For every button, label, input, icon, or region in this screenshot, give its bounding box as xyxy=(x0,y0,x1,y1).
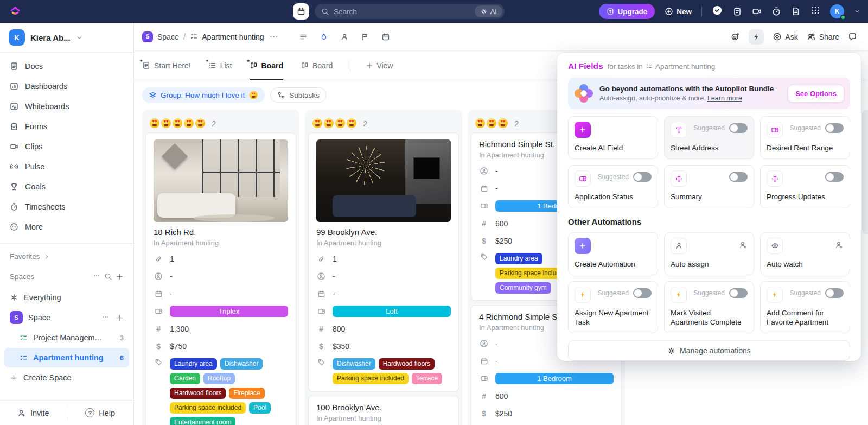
toggle-off[interactable] xyxy=(825,172,844,182)
tag-pill[interactable]: Laundry area xyxy=(495,253,542,264)
favorites-section[interactable]: Favorites xyxy=(0,247,133,266)
rent-value[interactable]: $250 xyxy=(495,409,512,418)
sidebar-item-everything[interactable]: Everything xyxy=(4,288,129,307)
spaces-more-icon[interactable] xyxy=(92,271,101,282)
assignee-value[interactable]: - xyxy=(170,272,173,281)
automation-card-mark-visited[interactable]: Suggested Mark Visited Apartments Comple… xyxy=(664,281,754,334)
ai-field-card-application-status[interactable]: Suggested Application Status xyxy=(568,165,658,208)
apartment-type-pill[interactable]: 1 Bedroom xyxy=(495,373,614,384)
sqft-value[interactable]: 1,300 xyxy=(170,325,189,333)
help-button[interactable]: ? Help xyxy=(67,408,134,417)
column-header[interactable]: 2 xyxy=(308,113,459,132)
sidebar-item-goals[interactable]: Goals xyxy=(4,176,129,196)
manage-automations-button[interactable]: Manage automations xyxy=(568,340,850,361)
tab-list[interactable]: List xyxy=(208,51,232,80)
ask-button[interactable]: Ask xyxy=(773,32,797,41)
tab-start-here[interactable]: Start Here! xyxy=(142,51,191,80)
sidebar-item-timesheets[interactable]: Timesheets xyxy=(4,196,129,217)
sidebar-item-forms[interactable]: Forms xyxy=(4,116,129,136)
breadcrumb-space[interactable]: Space xyxy=(157,33,179,41)
tag-pill[interactable]: Community gym xyxy=(495,282,551,294)
toggle-off[interactable] xyxy=(729,288,748,298)
attachments-value[interactable]: 1 xyxy=(170,255,174,263)
upgrade-button[interactable]: Upgrade xyxy=(599,4,655,19)
task-title[interactable]: 18 Rich Rd. xyxy=(154,227,288,237)
avatar-chevron-icon[interactable] xyxy=(854,8,860,15)
tag-pill[interactable]: Hardwood floors xyxy=(170,388,226,399)
tab-board-second[interactable]: Board xyxy=(301,51,333,80)
spaces-search-icon[interactable] xyxy=(104,272,112,281)
create-ai-field-card[interactable]: Create AI Field xyxy=(568,116,658,159)
tag-pill[interactable]: Hardwood floors xyxy=(379,358,435,370)
sidebar-item-apartment-hunting[interactable]: Apartment hunting 6 xyxy=(4,348,129,367)
breadcrumb-list[interactable]: Apartment hunting xyxy=(202,33,264,41)
create-space-button[interactable]: Create Space xyxy=(4,368,129,388)
breadcrumb-more-icon[interactable]: ⋯ xyxy=(270,31,279,42)
tag-pill[interactable]: Entertainment room xyxy=(170,417,235,425)
tag-pill[interactable]: Parking space included xyxy=(333,373,409,384)
tag-pill[interactable]: Fireplace xyxy=(229,388,264,399)
attachments-value[interactable]: 1 xyxy=(333,255,337,263)
user-avatar[interactable]: K xyxy=(830,4,844,18)
emoji-add-icon[interactable] xyxy=(731,32,740,41)
tag-pill[interactable]: Dishwasher xyxy=(220,358,263,370)
tag-pill[interactable]: Laundry area xyxy=(170,358,217,370)
clickup-logo-icon[interactable] xyxy=(9,4,22,19)
add-view-button[interactable]: View xyxy=(366,61,393,70)
tag-pill[interactable]: Garden xyxy=(170,373,200,384)
automation-card-add-comment[interactable]: Suggested Add Comment for Favorite Apart… xyxy=(760,281,850,334)
comments-icon[interactable] xyxy=(848,32,857,41)
task-title[interactable]: 99 Brooklyn Ave. xyxy=(316,227,451,237)
clip-record-icon[interactable] xyxy=(752,7,762,16)
sidebar-item-space[interactable]: S Space xyxy=(4,308,129,327)
sidebar-item-project-management[interactable]: Project Managem... 3 xyxy=(4,328,129,347)
tasks-check-icon[interactable] xyxy=(712,5,723,18)
description-icon[interactable] xyxy=(299,33,308,41)
sidebar-item-whiteboards[interactable]: Whiteboards xyxy=(4,96,129,116)
share-button[interactable]: Share xyxy=(807,32,839,41)
ai-field-card-summary[interactable]: Summary xyxy=(664,165,754,208)
flag-icon[interactable] xyxy=(361,33,369,41)
sidebar-item-more[interactable]: More xyxy=(4,217,129,237)
task-card[interactable]: 18 Rich Rd. In Apartment hunting 1 - - T… xyxy=(145,132,296,425)
toggle-off[interactable] xyxy=(633,172,652,182)
invite-button[interactable]: Invite xyxy=(0,409,67,417)
auto-watch-card[interactable]: Auto watch xyxy=(760,232,850,275)
calendar-icon[interactable] xyxy=(381,33,390,41)
task-card[interactable]: 100 Brooklyn Ave. In Apartment hunting xyxy=(308,396,459,425)
task-title[interactable]: 100 Brooklyn Ave. xyxy=(316,403,451,412)
see-options-button[interactable]: See Options xyxy=(788,85,844,102)
tag-pill[interactable]: Terrace xyxy=(412,373,442,384)
column-header[interactable]: 2 xyxy=(145,113,296,132)
group-by-button[interactable]: Group: How much I love it xyxy=(142,87,265,103)
tag-pill[interactable]: Rooftop xyxy=(203,373,235,384)
toggle-off[interactable] xyxy=(825,123,844,133)
sqft-value[interactable]: 600 xyxy=(495,392,508,401)
tag-pill[interactable]: Parking space included xyxy=(170,402,246,414)
auto-assign-card[interactable]: Auto assign xyxy=(664,232,754,275)
timer-icon[interactable] xyxy=(771,7,781,16)
subtasks-button[interactable]: Subtasks xyxy=(270,87,327,103)
tag-pill[interactable]: Dishwasher xyxy=(333,358,375,370)
sidebar-item-pulse[interactable]: Pulse xyxy=(4,156,129,176)
space-badge[interactable]: S xyxy=(142,31,153,42)
calendar-quick-button[interactable] xyxy=(293,3,309,20)
space-add-icon[interactable] xyxy=(116,314,124,322)
due-date-value[interactable]: - xyxy=(333,289,335,298)
due-date-value[interactable]: - xyxy=(170,289,173,298)
toggle-off[interactable] xyxy=(729,123,748,133)
learn-more-link[interactable]: Learn more xyxy=(707,94,742,102)
ai-field-card-desired-rent-range[interactable]: Suggested Desired Rent Range xyxy=(760,116,850,159)
space-more-icon[interactable] xyxy=(101,313,110,323)
due-date-value[interactable]: - xyxy=(495,357,498,365)
search-input[interactable] xyxy=(334,8,470,16)
notepad-icon[interactable] xyxy=(732,7,742,16)
ai-droplet-icon[interactable] xyxy=(320,33,328,41)
doc-icon[interactable] xyxy=(791,7,801,16)
rent-value[interactable]: $350 xyxy=(333,342,349,351)
tab-board-active[interactable]: Board xyxy=(250,51,283,80)
apartment-type-pill[interactable]: Triplex xyxy=(170,306,288,317)
global-search[interactable]: AI xyxy=(315,4,505,19)
due-date-value[interactable]: - xyxy=(495,184,498,193)
sqft-value[interactable]: 800 xyxy=(333,325,345,333)
